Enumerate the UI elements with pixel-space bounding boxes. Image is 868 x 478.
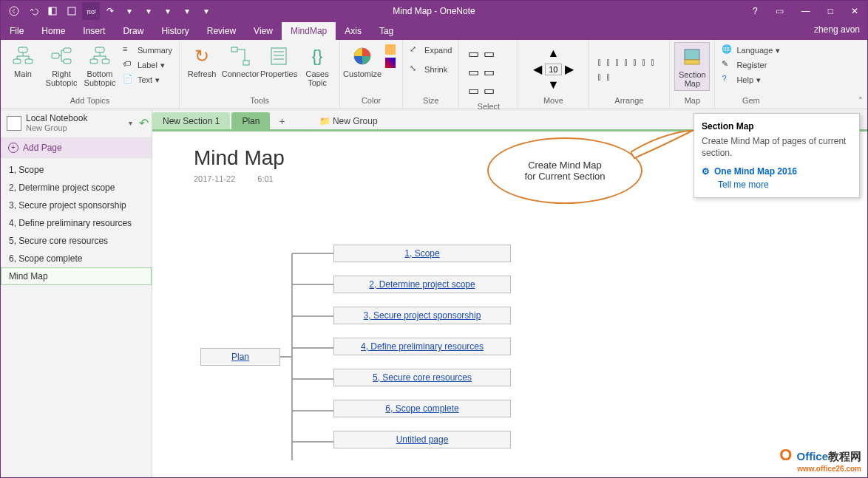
color-swatch1[interactable] xyxy=(383,44,398,55)
color-swatch2[interactable] xyxy=(383,57,398,69)
mindmap-child[interactable]: 5, Secure core resources xyxy=(333,369,511,386)
cases-topic-button[interactable]: {}Cases Topic xyxy=(299,42,335,89)
ribbon-collapse-icon[interactable]: ˄ xyxy=(858,96,863,106)
qat-more-icon[interactable]: ▾ xyxy=(197,2,215,20)
maximize-icon[interactable]: □ xyxy=(828,6,833,16)
align-icon[interactable]: ⫿ xyxy=(624,57,628,67)
menu-home[interactable]: Home xyxy=(33,22,74,40)
section-map-button[interactable]: Section Map xyxy=(674,42,710,91)
tool4-icon[interactable]: ▾ xyxy=(178,2,196,20)
mindmap-child[interactable]: 1, Scope xyxy=(333,245,511,262)
page-item[interactable]: Mind Map xyxy=(1,267,152,285)
add-page-button[interactable]: + Add Page xyxy=(1,138,152,158)
svg-rect-22 xyxy=(685,60,699,64)
ribbon-group-color: Customize Color xyxy=(340,40,403,109)
menu-review[interactable]: Review xyxy=(198,22,245,40)
select-icon[interactable]: ▭ xyxy=(484,83,495,98)
callout-bubble: Create Mind Mapfor Current Section xyxy=(487,137,642,204)
bottom-subtopic-button[interactable]: Bottom Subtopic xyxy=(82,42,118,89)
align-icon[interactable]: ⫿ xyxy=(642,57,646,67)
align-icon[interactable]: ⫿ xyxy=(606,57,611,67)
select-icon[interactable]: ▭ xyxy=(468,65,479,79)
redo-icon[interactable]: ↷ xyxy=(101,2,119,20)
menu-tag[interactable]: Tag xyxy=(370,22,402,40)
move-down-icon[interactable]: ▼ xyxy=(547,78,559,91)
page-time: 6:01 xyxy=(257,174,273,183)
undo-icon[interactable] xyxy=(24,2,42,20)
select-icon[interactable]: ▭ xyxy=(484,47,495,61)
help-button[interactable]: ?Help ▾ xyxy=(719,73,782,86)
text-button[interactable]: 📄Text ▾ xyxy=(121,73,174,86)
minimize-icon[interactable]: — xyxy=(801,6,810,16)
shrink-button[interactable]: ⤡Shrink xyxy=(407,63,454,76)
mindmap-child[interactable]: 4, Define preliminary resources xyxy=(333,338,511,355)
right-subtopic-button[interactable]: Right Subtopic xyxy=(44,42,79,89)
ribbon-opts-icon[interactable]: ▭ xyxy=(776,6,784,16)
move-left-icon[interactable]: ◀ xyxy=(533,62,542,76)
align-icon[interactable]: ⫿ xyxy=(651,57,655,67)
tool2-icon[interactable]: ▾ xyxy=(140,2,157,20)
section-tab[interactable]: 📁 New Group xyxy=(309,112,388,129)
mindmap-child[interactable]: Untitled page xyxy=(333,431,511,448)
customize-button[interactable]: Customize xyxy=(345,42,380,81)
mindmap-child[interactable]: 2, Determine project scope xyxy=(333,276,511,293)
help-icon[interactable]: ? xyxy=(753,6,758,16)
menu-history[interactable]: History xyxy=(152,22,197,40)
section-tab[interactable]: New Section 1 xyxy=(152,112,230,129)
page-item[interactable]: 5, Secure core resources xyxy=(1,232,152,250)
page-item[interactable]: 4, Define preliminary resources xyxy=(1,214,152,232)
back-icon[interactable] xyxy=(5,2,23,20)
page-item[interactable]: 3, Secure project sponsorship xyxy=(1,197,152,214)
notebook-selector[interactable]: Local Notebook New Group ▾ ↶ xyxy=(1,109,152,138)
summary-button[interactable]: ≡Summary xyxy=(121,44,174,57)
menu-view[interactable]: View xyxy=(245,22,282,40)
page-item[interactable]: 6, Scope complete xyxy=(1,250,152,267)
menu-axis[interactable]: Axis xyxy=(336,22,370,40)
label-button[interactable]: 🏷Label ▾ xyxy=(121,58,174,72)
equation-icon[interactable]: πσ² xyxy=(82,2,100,20)
tooltip-more[interactable]: Tell me more xyxy=(718,180,852,190)
page-item[interactable]: 1, Scope xyxy=(1,161,152,179)
notebook-name: Local Notebook xyxy=(26,113,87,123)
language-button[interactable]: 🌐Language ▾ xyxy=(719,44,782,57)
chevron-down-icon[interactable]: ▾ xyxy=(129,119,132,127)
close-icon[interactable]: ✕ xyxy=(851,6,858,16)
menu-insert[interactable]: Insert xyxy=(74,22,114,40)
panel-icon[interactable] xyxy=(63,2,81,20)
mindmap-root[interactable]: Plan xyxy=(200,348,280,366)
user-name[interactable]: zheng avon xyxy=(814,24,860,35)
page-item[interactable]: 2, Determine project scope xyxy=(1,179,152,197)
ribbon: Main Right Subtopic Bottom Subtopic ≡Sum… xyxy=(1,40,867,109)
menu-mindmap[interactable]: MindMap xyxy=(282,22,336,40)
dock-icon[interactable] xyxy=(44,2,61,20)
mindmap-child[interactable]: 3, Secure project sponsorship xyxy=(333,307,511,324)
section-tab[interactable]: Plan xyxy=(231,112,270,129)
move-step-value[interactable]: 10 xyxy=(545,64,561,75)
main-button[interactable]: Main xyxy=(5,42,41,81)
menu-draw[interactable]: Draw xyxy=(114,22,152,40)
tool1-icon[interactable]: ▾ xyxy=(121,2,138,20)
select-icon[interactable]: ▭ xyxy=(484,65,495,79)
section-tab[interactable]: + xyxy=(271,113,292,129)
expand-button[interactable]: ⤢Expand xyxy=(407,44,454,57)
ribbon-group-arrange: ⫿⫿⫿ ⫿⫿⫿ ⫿⫿⫿ Arrange xyxy=(589,40,670,109)
tool3-icon[interactable]: ▾ xyxy=(159,2,177,20)
register-button[interactable]: ✎Register xyxy=(719,58,782,72)
refresh-button[interactable]: ↻Refresh xyxy=(184,42,220,81)
mindmap-child[interactable]: 6, Scope complete xyxy=(333,400,511,417)
properties-button[interactable]: Properties xyxy=(261,42,296,81)
move-right-icon[interactable]: ▶ xyxy=(565,62,574,76)
align-icon[interactable]: ⫿ xyxy=(615,57,620,67)
align-icon[interactable]: ⫿ xyxy=(597,72,602,82)
align-icon[interactable]: ⫿ xyxy=(606,72,611,82)
menu-file[interactable]: File xyxy=(1,22,33,40)
move-up-icon[interactable]: ▲ xyxy=(547,47,559,60)
align-icon[interactable]: ⫿ xyxy=(633,57,637,67)
tooltip-link[interactable]: ⚙One Mind Map 2016 xyxy=(702,166,852,177)
align-icon[interactable]: ⫿ xyxy=(597,57,602,67)
ribbon-group-add-topics: Main Right Subtopic Bottom Subtopic ≡Sum… xyxy=(1,40,180,109)
select-icon[interactable]: ▭ xyxy=(468,47,479,61)
select-icon[interactable]: ▭ xyxy=(468,83,479,98)
nav-undo-icon[interactable]: ↶ xyxy=(139,116,149,130)
connector-button[interactable]: Connector xyxy=(223,42,258,81)
